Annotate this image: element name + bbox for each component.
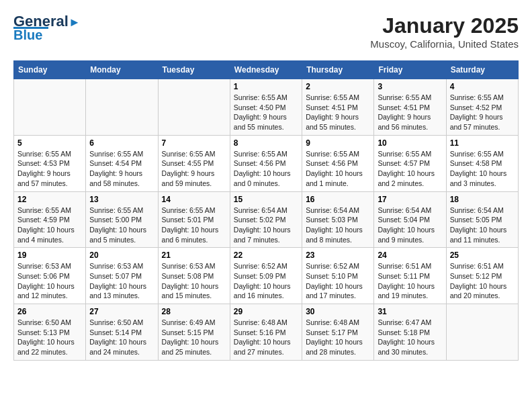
day-content: Sunrise: 6:48 AM Sunset: 5:17 PM Dayligh… (306, 318, 370, 357)
logo: General► Blue (13, 13, 81, 43)
day-number: 9 (306, 138, 370, 148)
calendar-cell: 25Sunrise: 6:51 AM Sunset: 5:12 PM Dayli… (446, 248, 518, 304)
day-content: Sunrise: 6:47 AM Sunset: 5:18 PM Dayligh… (378, 318, 442, 357)
day-content: Sunrise: 6:52 AM Sunset: 5:10 PM Dayligh… (306, 261, 370, 301)
calendar-cell: 11Sunrise: 6:55 AM Sunset: 4:58 PM Dayli… (446, 135, 518, 191)
calendar-week-row: 5Sunrise: 6:55 AM Sunset: 4:53 PM Daylig… (14, 135, 519, 191)
calendar-week-row: 12Sunrise: 6:55 AM Sunset: 4:59 PM Dayli… (14, 191, 519, 248)
day-content: Sunrise: 6:55 AM Sunset: 4:51 PM Dayligh… (306, 93, 370, 132)
day-number: 1 (234, 82, 298, 91)
day-content: Sunrise: 6:51 AM Sunset: 5:11 PM Dayligh… (378, 261, 442, 301)
day-number: 8 (234, 138, 298, 148)
day-content: Sunrise: 6:51 AM Sunset: 5:12 PM Dayligh… (450, 261, 515, 301)
calendar-cell (446, 304, 518, 361)
weekday-header: Wednesday (230, 61, 302, 79)
calendar-cell: 5Sunrise: 6:55 AM Sunset: 4:53 PM Daylig… (14, 135, 86, 191)
day-content: Sunrise: 6:50 AM Sunset: 5:13 PM Dayligh… (17, 318, 82, 357)
calendar-cell: 27Sunrise: 6:50 AM Sunset: 5:14 PM Dayli… (86, 304, 158, 361)
day-content: Sunrise: 6:55 AM Sunset: 5:00 PM Dayligh… (89, 205, 154, 245)
weekday-header: Friday (374, 61, 446, 79)
day-content: Sunrise: 6:55 AM Sunset: 4:58 PM Dayligh… (450, 149, 515, 189)
calendar-cell: 26Sunrise: 6:50 AM Sunset: 5:13 PM Dayli… (14, 304, 86, 361)
day-number: 12 (17, 195, 82, 204)
day-content: Sunrise: 6:55 AM Sunset: 4:59 PM Dayligh… (17, 205, 82, 245)
weekday-header: Sunday (14, 61, 86, 79)
weekday-header-row: SundayMondayTuesdayWednesdayThursdayFrid… (14, 61, 519, 79)
calendar-week-row: 19Sunrise: 6:53 AM Sunset: 5:06 PM Dayli… (14, 248, 519, 304)
calendar-week-row: 1Sunrise: 6:55 AM Sunset: 4:50 PM Daylig… (14, 79, 519, 136)
day-content: Sunrise: 6:54 AM Sunset: 5:04 PM Dayligh… (378, 205, 442, 245)
day-number: 18 (450, 195, 515, 204)
day-content: Sunrise: 6:54 AM Sunset: 5:03 PM Dayligh… (306, 205, 370, 245)
day-content: Sunrise: 6:55 AM Sunset: 4:55 PM Dayligh… (162, 149, 226, 189)
calendar-cell: 9Sunrise: 6:55 AM Sunset: 4:56 PM Daylig… (302, 135, 374, 191)
calendar-cell: 8Sunrise: 6:55 AM Sunset: 4:56 PM Daylig… (230, 135, 302, 191)
day-content: Sunrise: 6:48 AM Sunset: 5:16 PM Dayligh… (234, 318, 298, 357)
day-number: 6 (89, 138, 154, 148)
title-block: January 2025 Muscoy, California, United … (370, 13, 519, 50)
calendar-table: SundayMondayTuesdayWednesdayThursdayFrid… (13, 60, 519, 361)
day-content: Sunrise: 6:53 AM Sunset: 5:06 PM Dayligh… (17, 261, 82, 301)
day-number: 30 (306, 307, 370, 316)
page-header: General► Blue January 2025 Muscoy, Calif… (13, 13, 519, 50)
day-content: Sunrise: 6:49 AM Sunset: 5:15 PM Dayligh… (162, 318, 226, 357)
day-number: 17 (378, 195, 442, 204)
calendar-cell: 12Sunrise: 6:55 AM Sunset: 4:59 PM Dayli… (14, 191, 86, 248)
day-number: 28 (162, 307, 226, 316)
day-content: Sunrise: 6:55 AM Sunset: 5:01 PM Dayligh… (162, 205, 226, 245)
calendar-cell: 17Sunrise: 6:54 AM Sunset: 5:04 PM Dayli… (374, 191, 446, 248)
day-content: Sunrise: 6:50 AM Sunset: 5:14 PM Dayligh… (89, 318, 154, 357)
day-number: 5 (17, 138, 82, 148)
calendar-cell: 7Sunrise: 6:55 AM Sunset: 4:55 PM Daylig… (158, 135, 230, 191)
calendar-cell (86, 79, 158, 136)
calendar-cell: 30Sunrise: 6:48 AM Sunset: 5:17 PM Dayli… (302, 304, 374, 361)
day-content: Sunrise: 6:55 AM Sunset: 4:56 PM Dayligh… (234, 149, 298, 189)
day-number: 27 (89, 307, 154, 316)
day-number: 15 (234, 195, 298, 204)
day-number: 3 (378, 82, 442, 91)
page-subtitle: Muscoy, California, United States (370, 38, 519, 50)
day-number: 25 (450, 250, 515, 260)
day-content: Sunrise: 6:55 AM Sunset: 4:52 PM Dayligh… (450, 93, 515, 132)
calendar-cell: 14Sunrise: 6:55 AM Sunset: 5:01 PM Dayli… (158, 191, 230, 248)
calendar-cell: 15Sunrise: 6:54 AM Sunset: 5:02 PM Dayli… (230, 191, 302, 248)
weekday-header: Thursday (302, 61, 374, 79)
day-content: Sunrise: 6:55 AM Sunset: 4:51 PM Dayligh… (378, 93, 442, 132)
calendar-cell (14, 79, 86, 136)
day-content: Sunrise: 6:55 AM Sunset: 4:57 PM Dayligh… (378, 149, 442, 189)
weekday-header: Tuesday (158, 61, 230, 79)
calendar-cell: 24Sunrise: 6:51 AM Sunset: 5:11 PM Dayli… (374, 248, 446, 304)
day-number: 26 (17, 307, 82, 316)
calendar-cell: 2Sunrise: 6:55 AM Sunset: 4:51 PM Daylig… (302, 79, 374, 136)
day-number: 20 (89, 250, 154, 260)
calendar-cell: 28Sunrise: 6:49 AM Sunset: 5:15 PM Dayli… (158, 304, 230, 361)
calendar-cell: 20Sunrise: 6:53 AM Sunset: 5:07 PM Dayli… (86, 248, 158, 304)
calendar-cell: 16Sunrise: 6:54 AM Sunset: 5:03 PM Dayli… (302, 191, 374, 248)
calendar-cell: 10Sunrise: 6:55 AM Sunset: 4:57 PM Dayli… (374, 135, 446, 191)
calendar-cell: 18Sunrise: 6:54 AM Sunset: 5:05 PM Dayli… (446, 191, 518, 248)
day-number: 21 (162, 250, 226, 260)
logo-blue: Blue (13, 28, 42, 43)
day-number: 10 (378, 138, 442, 148)
day-content: Sunrise: 6:55 AM Sunset: 4:54 PM Dayligh… (89, 149, 154, 189)
calendar-cell: 22Sunrise: 6:52 AM Sunset: 5:09 PM Dayli… (230, 248, 302, 304)
day-number: 29 (234, 307, 298, 316)
calendar-cell: 3Sunrise: 6:55 AM Sunset: 4:51 PM Daylig… (374, 79, 446, 136)
day-number: 22 (234, 250, 298, 260)
day-number: 31 (378, 307, 442, 316)
calendar-cell: 23Sunrise: 6:52 AM Sunset: 5:10 PM Dayli… (302, 248, 374, 304)
calendar-cell: 13Sunrise: 6:55 AM Sunset: 5:00 PM Dayli… (86, 191, 158, 248)
day-content: Sunrise: 6:52 AM Sunset: 5:09 PM Dayligh… (234, 261, 298, 301)
day-number: 24 (378, 250, 442, 260)
day-number: 4 (450, 82, 515, 91)
day-content: Sunrise: 6:55 AM Sunset: 4:53 PM Dayligh… (17, 149, 82, 189)
day-content: Sunrise: 6:54 AM Sunset: 5:05 PM Dayligh… (450, 205, 515, 245)
calendar-week-row: 26Sunrise: 6:50 AM Sunset: 5:13 PM Dayli… (14, 304, 519, 361)
day-number: 19 (17, 250, 82, 260)
calendar-cell: 31Sunrise: 6:47 AM Sunset: 5:18 PM Dayli… (374, 304, 446, 361)
calendar-cell: 19Sunrise: 6:53 AM Sunset: 5:06 PM Dayli… (14, 248, 86, 304)
day-number: 16 (306, 195, 370, 204)
day-content: Sunrise: 6:53 AM Sunset: 5:08 PM Dayligh… (162, 261, 226, 301)
calendar-cell: 6Sunrise: 6:55 AM Sunset: 4:54 PM Daylig… (86, 135, 158, 191)
day-number: 13 (89, 195, 154, 204)
